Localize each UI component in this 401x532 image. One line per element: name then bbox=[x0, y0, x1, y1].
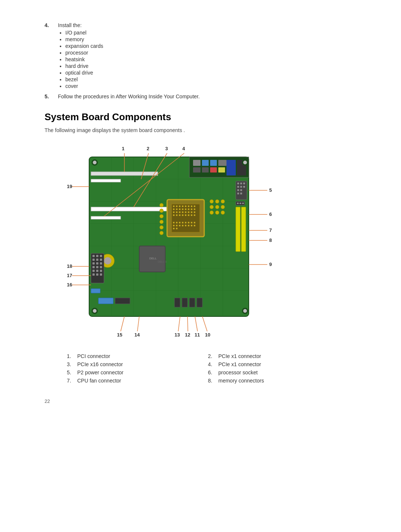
comp-num: 8. bbox=[208, 378, 215, 384]
comp-num: 4. bbox=[208, 361, 215, 367]
section-title: System Board Components bbox=[45, 111, 356, 123]
comp-num: 7. bbox=[67, 378, 74, 384]
svg-rect-39 bbox=[173, 208, 175, 210]
svg-rect-142 bbox=[91, 289, 100, 293]
svg-text:19: 19 bbox=[67, 184, 72, 189]
svg-rect-77 bbox=[191, 225, 192, 226]
svg-rect-136 bbox=[92, 270, 95, 272]
svg-rect-88 bbox=[240, 186, 242, 188]
comp-desc: CPU fan connector bbox=[77, 378, 121, 384]
svg-rect-80 bbox=[176, 228, 177, 229]
svg-point-110 bbox=[210, 211, 213, 214]
svg-rect-126 bbox=[100, 255, 102, 257]
svg-rect-38 bbox=[194, 206, 195, 207]
svg-rect-95 bbox=[237, 203, 239, 204]
svg-rect-129 bbox=[100, 259, 102, 261]
svg-rect-64 bbox=[176, 222, 177, 223]
svg-rect-120 bbox=[197, 298, 202, 307]
svg-text:18: 18 bbox=[67, 263, 72, 269]
comp-num: 3. bbox=[67, 361, 74, 367]
svg-rect-91 bbox=[240, 189, 242, 191]
svg-text:DELL: DELL bbox=[149, 257, 157, 260]
svg-text:8: 8 bbox=[269, 237, 272, 243]
svg-rect-59 bbox=[185, 214, 186, 216]
svg-rect-16 bbox=[202, 160, 209, 166]
svg-rect-96 bbox=[239, 203, 241, 204]
svg-rect-71 bbox=[173, 225, 175, 226]
board-svg: DELL bbox=[67, 142, 282, 346]
svg-rect-141 bbox=[100, 273, 102, 276]
svg-text:1: 1 bbox=[122, 146, 124, 151]
comp-desc: P2 power connector bbox=[77, 370, 124, 375]
svg-rect-65 bbox=[179, 222, 180, 223]
list-item: expansion cards bbox=[65, 43, 103, 49]
svg-point-148 bbox=[93, 309, 97, 313]
svg-point-150 bbox=[243, 309, 247, 313]
svg-text:12: 12 bbox=[185, 332, 190, 338]
svg-rect-92 bbox=[237, 193, 239, 194]
svg-rect-55 bbox=[173, 214, 175, 216]
comp-row-4: 4. PCIe x1 connector bbox=[208, 361, 334, 367]
svg-point-116 bbox=[104, 257, 111, 265]
svg-line-184 bbox=[188, 316, 188, 331]
section-subtitle: The following image displays the system … bbox=[45, 127, 356, 133]
svg-rect-63 bbox=[173, 222, 175, 223]
svg-rect-30 bbox=[172, 204, 200, 232]
svg-point-99 bbox=[160, 209, 163, 213]
step-4-number: 4. bbox=[45, 22, 53, 91]
svg-line-186 bbox=[195, 316, 198, 331]
svg-rect-75 bbox=[185, 225, 186, 226]
svg-rect-57 bbox=[179, 214, 180, 216]
svg-text:11: 11 bbox=[195, 332, 200, 338]
svg-rect-131 bbox=[96, 262, 98, 265]
svg-point-111 bbox=[215, 211, 219, 214]
svg-text:6: 6 bbox=[269, 211, 272, 217]
svg-rect-97 bbox=[242, 203, 244, 204]
svg-rect-23 bbox=[226, 160, 236, 175]
step-4-intro: Install the: bbox=[58, 22, 82, 28]
list-item: I/O panel bbox=[65, 30, 103, 36]
svg-rect-137 bbox=[96, 270, 98, 272]
step-5-text: Follow the procedures in After Working I… bbox=[58, 93, 200, 99]
list-item: bezel bbox=[65, 76, 103, 82]
svg-point-108 bbox=[215, 205, 219, 209]
svg-rect-67 bbox=[185, 222, 186, 223]
list-item: hard drive bbox=[65, 63, 103, 69]
comp-desc: PCIe x1 connector bbox=[218, 353, 261, 359]
svg-rect-52 bbox=[188, 211, 189, 213]
svg-rect-122 bbox=[115, 298, 130, 304]
svg-rect-21 bbox=[210, 167, 217, 173]
svg-rect-69 bbox=[191, 222, 192, 223]
comp-desc: PCIe x16 connector bbox=[77, 361, 123, 367]
svg-rect-50 bbox=[182, 211, 183, 213]
list-item: memory bbox=[65, 36, 103, 42]
svg-rect-82 bbox=[241, 207, 246, 252]
svg-rect-74 bbox=[182, 225, 183, 226]
svg-rect-46 bbox=[194, 208, 195, 210]
comp-row-6: 6. processor socket bbox=[208, 370, 334, 375]
svg-rect-125 bbox=[96, 255, 98, 257]
svg-text:DELL O: DELL O bbox=[158, 260, 167, 263]
system-board-diagram: DELL bbox=[67, 142, 334, 347]
svg-rect-128 bbox=[96, 259, 98, 261]
svg-point-100 bbox=[160, 214, 163, 218]
svg-point-146 bbox=[243, 161, 247, 164]
svg-line-188 bbox=[202, 316, 207, 331]
svg-point-101 bbox=[160, 220, 163, 224]
svg-rect-25 bbox=[91, 172, 158, 175]
step-4: 4. Install the: I/O panel memory expansi… bbox=[45, 22, 356, 91]
comp-num: 5. bbox=[67, 370, 74, 375]
svg-point-105 bbox=[215, 200, 219, 203]
svg-rect-72 bbox=[176, 225, 177, 226]
svg-rect-66 bbox=[182, 222, 183, 223]
svg-rect-117 bbox=[175, 298, 180, 307]
svg-text:9: 9 bbox=[269, 262, 272, 267]
svg-rect-17 bbox=[210, 160, 217, 166]
svg-rect-118 bbox=[182, 298, 188, 307]
svg-rect-33 bbox=[179, 206, 180, 207]
comp-row-3: 3. PCIe x16 connector bbox=[67, 361, 193, 367]
comp-desc: PCI connector bbox=[77, 353, 110, 359]
svg-point-104 bbox=[210, 200, 213, 203]
comp-row-7: 7. CPU fan connector bbox=[67, 378, 193, 384]
svg-point-109 bbox=[221, 205, 225, 209]
